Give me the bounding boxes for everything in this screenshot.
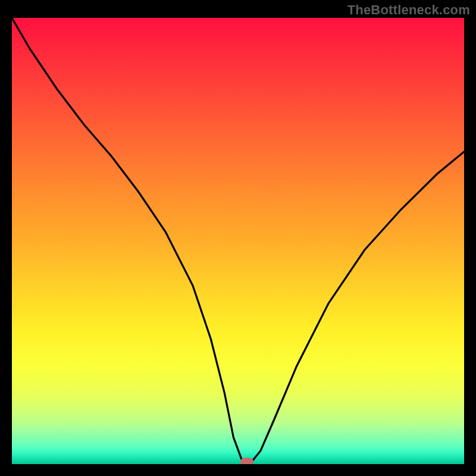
optimum-marker	[240, 458, 253, 464]
chart-stage: TheBottleneck.com	[0, 0, 476, 476]
plot-area	[12, 18, 464, 464]
watermark-text: TheBottleneck.com	[347, 2, 470, 18]
curve-svg	[12, 18, 464, 464]
bottleneck-curve-path	[12, 18, 464, 462]
